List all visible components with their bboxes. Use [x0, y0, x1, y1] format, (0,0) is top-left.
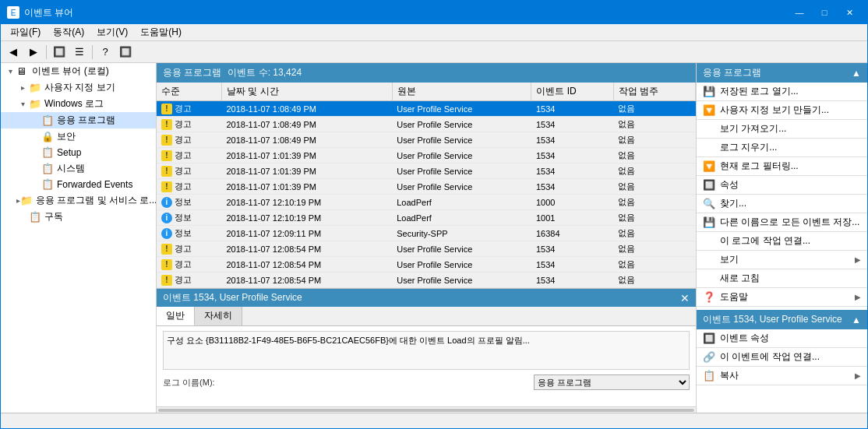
submenu-arrow-icon: ▶: [855, 255, 861, 264]
sidebar-item-system[interactable]: 📋 시스템: [1, 160, 156, 177]
detail-scrollbar[interactable]: [158, 409, 694, 412]
table-row[interactable]: ! 경고 2018-11-07 1:01:39 PM User Profile …: [157, 179, 696, 195]
detail-close-button[interactable]: ✕: [680, 292, 690, 304]
table-row[interactable]: ! 경고 2018-11-07 12:08:54 PM User Profile…: [157, 241, 696, 257]
log-name-select[interactable]: 응용 프로그램: [534, 374, 690, 390]
col-category[interactable]: 작업 범주: [613, 83, 695, 101]
action-label: 복사: [720, 369, 739, 382]
maximize-button[interactable]: □: [813, 5, 836, 20]
menu-view[interactable]: 보기(V): [90, 24, 134, 40]
right-action-item[interactable]: ❓ 도움말 ▶: [697, 288, 867, 306]
right-action-item[interactable]: 🔽 현재 로그 필터링...: [697, 157, 867, 175]
sidebar-item-security[interactable]: 🔒 보안: [1, 128, 156, 145]
right-action-item[interactable]: 🔽 사용자 지정 보기 만들기...: [697, 101, 867, 119]
sidebar-item-appsvc[interactable]: ▸ 📁 응용 프로그램 및 서비스 로...: [1, 192, 156, 209]
action-label: 이 이벤트에 작업 연결...: [720, 350, 820, 364]
action-icon: 🔗: [703, 351, 715, 364]
filter-button[interactable]: 🔲: [116, 44, 135, 61]
action-label: 현재 로그 필터링...: [720, 160, 799, 173]
cell-level: ! 경고: [157, 257, 221, 273]
collapse-icon-1: ▲: [852, 68, 861, 79]
scope-button[interactable]: 🔲: [50, 44, 69, 61]
right-action-item[interactable]: 💾 저장된 로그 열기...: [697, 83, 867, 100]
sidebar-item-winlogs[interactable]: ▾ 📁 Windows 로그: [1, 96, 156, 112]
cell-eventid: 1000: [531, 195, 613, 210]
col-level[interactable]: 수준: [157, 83, 221, 101]
detail-panel: 이벤트 1534, User Profile Service ✕ 일반 자세히 …: [157, 288, 696, 413]
table-row[interactable]: i 정보 2018-11-07 12:10:19 PM LoadPerf 100…: [157, 210, 696, 226]
event-table: 수준 날짜 및 시간 원본 이벤트 ID 작업 범주 ! 경고 2018-11-…: [157, 83, 696, 288]
cell-level: i 정보: [157, 226, 221, 241]
cell-category: 없음: [613, 117, 695, 132]
table-row[interactable]: i 정보 2018-11-07 12:09:11 PM Security-SPP…: [157, 226, 696, 241]
menu-help[interactable]: 도움말(H): [134, 24, 188, 40]
sidebar-item-forwarded[interactable]: 📋 Forwarded Events: [1, 177, 156, 192]
right-section-header-1[interactable]: 응용 프로그램 ▲: [697, 63, 867, 83]
table-row[interactable]: ! 경고 2018-11-07 12:08:54 PM User Profile…: [157, 257, 696, 273]
forward-button[interactable]: ▶: [24, 44, 43, 61]
warning-icon: !: [161, 181, 172, 192]
right-action-item[interactable]: 🔲 속성: [697, 176, 867, 194]
back-button[interactable]: ◀: [4, 44, 23, 61]
tab-detail[interactable]: 자세히: [195, 307, 242, 325]
table-row[interactable]: ! 경고 2018-11-07 1:01:39 PM User Profile …: [157, 164, 696, 179]
menu-action[interactable]: 동작(A): [47, 24, 90, 40]
toolbar-separator-2: [92, 45, 93, 59]
col-source[interactable]: 원본: [392, 83, 531, 101]
sidebar-item-custom[interactable]: ▸ 📁 사용자 지정 보기: [1, 79, 156, 96]
right-action-item[interactable]: 새로 고침: [697, 269, 867, 287]
cell-level: ! 경고: [157, 132, 221, 148]
action-label: 찾기...: [720, 197, 746, 210]
table-row[interactable]: ! 경고 2018-11-07 1:08:49 PM User Profile …: [157, 132, 696, 148]
right-action-item[interactable]: 💾 다른 이름으로 모든 이벤트 저장...: [697, 213, 867, 231]
table-row[interactable]: ! 경고 2018-11-07 1:08:49 PM User Profile …: [157, 101, 696, 117]
right-action-item[interactable]: 🔍 찾기...: [697, 195, 867, 213]
help-button[interactable]: ?: [96, 44, 115, 61]
cell-datetime: 2018-11-07 12:08:54 PM: [221, 273, 392, 288]
action-label: 보기 가져오기...: [720, 122, 786, 135]
sidebar-item-app[interactable]: 📋 응용 프로그램: [1, 112, 156, 128]
right-action-item[interactable]: 🔲 이벤트 속성: [697, 329, 867, 347]
detail-scrollbar-area: [157, 406, 696, 413]
right-action-item[interactable]: 이 로그에 작업 연결...: [697, 232, 867, 250]
action-icon: 💾: [703, 216, 715, 229]
action-label: 이벤트 속성: [720, 332, 769, 345]
right-action-item[interactable]: 보기 ▶: [697, 251, 867, 269]
view-button[interactable]: ☰: [70, 44, 89, 61]
col-eventid[interactable]: 이벤트 ID: [531, 83, 613, 101]
sidebar-item-subscribe[interactable]: 📋 구독: [1, 209, 156, 225]
col-datetime[interactable]: 날짜 및 시간: [221, 83, 392, 101]
sidebar-item-label-security: 보안: [57, 130, 76, 143]
action-icon: 🔲: [703, 179, 715, 192]
sidebar-item-setup[interactable]: 📋 Setup: [1, 145, 156, 160]
action-label: 새로 고침: [720, 272, 760, 285]
submenu-arrow-icon: ▶: [855, 293, 861, 301]
table-row[interactable]: ! 경고 2018-11-07 1:01:39 PM User Profile …: [157, 148, 696, 164]
right-action-item[interactable]: 🔗 이 이벤트에 작업 연결...: [697, 348, 867, 366]
tab-general[interactable]: 일반: [157, 307, 195, 325]
menu-file[interactable]: 파일(F): [4, 24, 47, 40]
cell-datetime: 2018-11-07 12:08:54 PM: [221, 241, 392, 257]
table-row[interactable]: i 정보 2018-11-07 12:10:19 PM LoadPerf 100…: [157, 195, 696, 210]
table-row[interactable]: ! 경고 2018-11-07 12:08:54 PM User Profile…: [157, 273, 696, 288]
close-button[interactable]: ✕: [838, 5, 861, 20]
level-icon: ! 경고: [161, 118, 192, 130]
right-action-item[interactable]: 로그 지우기...: [697, 139, 867, 156]
cell-level: ! 경고: [157, 101, 221, 117]
right-section-title-1: 응용 프로그램: [703, 66, 761, 79]
event-table-wrapper[interactable]: 수준 날짜 및 시간 원본 이벤트 ID 작업 범주 ! 경고 2018-11-…: [157, 83, 696, 288]
menu-bar: 파일(F) 동작(A) 보기(V) 도움말(H): [1, 24, 867, 41]
minimize-button[interactable]: —: [788, 5, 811, 20]
right-action-item[interactable]: 📋 복사 ▶: [697, 367, 867, 385]
cell-level: ! 경고: [157, 273, 221, 288]
submenu-arrow-icon: ▶: [855, 371, 861, 380]
right-actions-container-2: 🔲 이벤트 속성 🔗 이 이벤트에 작업 연결... 📋 복사 ▶: [697, 329, 867, 385]
table-row[interactable]: ! 경고 2018-11-07 1:08:49 PM User Profile …: [157, 117, 696, 132]
sidebar-item-local[interactable]: ▾ 🖥 이벤트 뷰어 (로컬): [1, 63, 156, 79]
right-action-item[interactable]: 보기 가져오기...: [697, 120, 867, 138]
cell-eventid: 1534: [531, 148, 613, 164]
level-icon: i 정보: [161, 227, 192, 239]
collapse-icon-2: ▲: [852, 315, 861, 325]
right-section-header-2[interactable]: 이벤트 1534, User Profile Service ▲: [697, 310, 867, 329]
cell-eventid: 1534: [531, 179, 613, 195]
